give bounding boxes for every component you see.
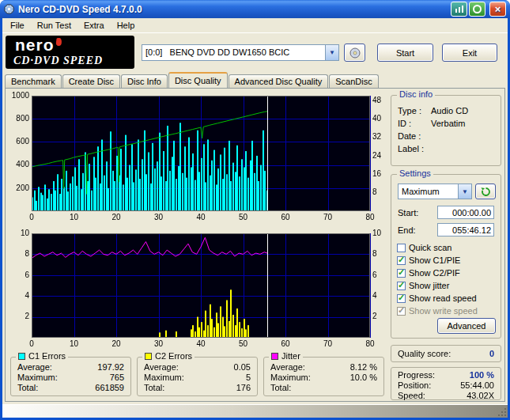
position-label: Position: <box>398 380 431 390</box>
speed-label: Speed: <box>398 391 425 400</box>
checkbox-box <box>397 244 406 252</box>
disc-quality-panel: C1 Errors Average:197.92 Maximum:765 Tot… <box>5 88 505 402</box>
c2-legend-title: C2 Errors <box>155 351 192 361</box>
refresh-button[interactable] <box>475 184 496 199</box>
checkbox-show-read-speed[interactable]: Show read speed <box>397 292 497 305</box>
c2-average-value: 0.05 <box>234 362 251 373</box>
tab-disc-quality[interactable]: Disc Quality <box>168 72 228 88</box>
close-button[interactable]: × <box>489 2 506 17</box>
titlebar[interactable]: Nero CD-DVD Speed 4.7.0.0 × <box>0 0 510 18</box>
settings-checkboxes: Quick scan Show C1/PIE Show C2/PIF Show … <box>397 241 497 317</box>
checkbox-box <box>397 269 406 278</box>
c2-errors-legend: C2 Errors Average:0.05 Maximum:5 Total:1… <box>137 357 258 396</box>
tab-bar: Benchmark Create Disc Disc Info Disc Qua… <box>5 72 505 88</box>
jitter-maximum-label: Maximum: <box>270 373 311 383</box>
progress-value: 100 % <box>470 370 494 380</box>
progress-label: Progress: <box>398 370 435 380</box>
chevron-down-icon[interactable]: ▼ <box>325 45 338 60</box>
disc-info-title: Disc info <box>397 89 435 99</box>
speed-select-value: Maximum <box>399 184 458 199</box>
c2-maximum-value: 5 <box>246 373 251 383</box>
quality-score-value: 0 <box>489 349 494 358</box>
quality-score-label: Quality score: <box>398 349 451 358</box>
tab-scandisc[interactable]: ScanDisc <box>329 74 378 88</box>
nero-logo-subtext: CD·DVD SPEED <box>13 55 103 67</box>
c1-errors-legend: C1 Errors Average:197.92 Maximum:765 Tot… <box>10 357 131 396</box>
position-value: 55:44.00 <box>460 380 494 390</box>
start-button[interactable]: Start <box>377 44 433 62</box>
disc-date-label: Date : <box>398 130 431 142</box>
resize-grip[interactable] <box>497 407 506 416</box>
start-field[interactable]: 000:00.00 <box>437 206 494 219</box>
jitter-maximum-value: 10.0 % <box>350 373 377 383</box>
disc-id-value: Verbatim <box>431 119 465 128</box>
c1-maximum-value: 765 <box>110 373 124 383</box>
c2-total-value: 176 <box>236 383 251 393</box>
c1-total-value: 661859 <box>95 383 124 393</box>
tab-benchmark[interactable]: Benchmark <box>5 74 62 88</box>
exit-button[interactable]: Exit <box>442 44 497 62</box>
checkbox-box <box>397 307 406 316</box>
c1-average-label: Average: <box>17 362 52 373</box>
c1-legend-title: C1 Errors <box>28 351 66 361</box>
advanced-button[interactable]: Advanced <box>437 318 496 334</box>
jitter-legend: Jitter Average:8.12 % Maximum:10.0 % Tot… <box>263 357 384 396</box>
settings-title: Settings <box>397 168 433 178</box>
start-field-label: Start: <box>398 208 418 218</box>
drive-select-value: [0:0] BENQ DVD DD DW1650 BCIC <box>142 45 325 60</box>
disc-type-label: Type : <box>398 104 431 117</box>
jitter-average-value: 8.12 % <box>350 362 377 373</box>
speed-select[interactable]: Maximum ▼ <box>398 184 472 199</box>
titlebar-disc-button[interactable] <box>469 2 485 17</box>
app-icon <box>4 4 14 14</box>
menu-run-test[interactable]: Run Test <box>31 19 77 32</box>
tab-disc-info[interactable]: Disc Info <box>121 74 168 88</box>
disc-info-group: Disc info Type :Audio CD ID :Verbatim Da… <box>391 95 501 166</box>
chevron-down-icon[interactable]: ▼ <box>458 184 471 199</box>
menu-extra[interactable]: Extra <box>77 19 111 32</box>
progress-box: Progress:100 % Position:55:44.00 Speed:4… <box>391 367 501 400</box>
nero-logo-text: nero <box>15 36 55 55</box>
c2-average-label: Average: <box>144 362 179 373</box>
tab-advanced-disc-quality[interactable]: Advanced Disc Quality <box>229 74 329 88</box>
c2-total-label: Total: <box>144 383 164 393</box>
jitter-color-chip <box>271 353 278 360</box>
jitter-average-label: Average: <box>270 362 305 373</box>
speed-value: 43.02X <box>467 391 494 400</box>
end-field[interactable]: 055:46.12 <box>437 223 494 236</box>
c2-color-chip <box>145 353 152 360</box>
checkbox-box <box>397 282 406 290</box>
flame-icon <box>55 38 62 47</box>
c2-maximum-label: Maximum: <box>144 373 184 383</box>
checkbox-show-c2-pif[interactable]: Show C2/PIF <box>397 267 497 279</box>
cd-icon <box>349 47 361 59</box>
jitter-legend-title: Jitter <box>281 351 300 361</box>
tab-create-disc[interactable]: Create Disc <box>62 74 120 88</box>
menu-bar: File Run Test Extra Help <box>2 18 508 33</box>
disc-label-label: Label : <box>398 142 431 155</box>
c2-jitter-chart <box>8 229 387 354</box>
menu-help[interactable]: Help <box>111 19 142 32</box>
disc-type-value: Audio CD <box>431 106 468 115</box>
c1-read-speed-chart <box>8 91 387 227</box>
end-field-label: End: <box>398 225 416 235</box>
nero-logo: nero CD·DVD SPEED <box>6 36 134 69</box>
disc-id-label: ID : <box>398 117 431 130</box>
menu-file[interactable]: File <box>4 19 31 32</box>
status-progress-bar <box>2 404 508 418</box>
refresh-icon <box>481 187 491 197</box>
settings-group: Settings Maximum ▼ Start: 000:00.00 End:… <box>391 174 501 339</box>
checkbox-show-c1-pie[interactable]: Show C1/PIE <box>397 254 497 267</box>
checkbox-quick-scan[interactable]: Quick scan <box>397 241 497 254</box>
drive-select[interactable]: [0:0] BENQ DVD DD DW1650 BCIC ▼ <box>142 44 339 61</box>
bar-chart-icon <box>455 6 463 13</box>
c1-maximum-label: Maximum: <box>17 373 58 383</box>
c1-color-chip <box>18 353 25 360</box>
checkbox-show-jitter[interactable]: Show jitter <box>397 279 497 292</box>
client-area: File Run Test Extra Help nero CD·DVD SPE… <box>2 18 508 418</box>
titlebar-chart-button[interactable] <box>451 2 467 17</box>
eject-disc-button[interactable] <box>344 44 365 62</box>
window-title: Nero CD-DVD Speed 4.7.0.0 <box>18 4 142 15</box>
app-window: Nero CD-DVD Speed 4.7.0.0 × File Run Tes… <box>0 0 510 420</box>
header: nero CD·DVD SPEED [0:0] BENQ DVD DD DW16… <box>2 33 508 72</box>
